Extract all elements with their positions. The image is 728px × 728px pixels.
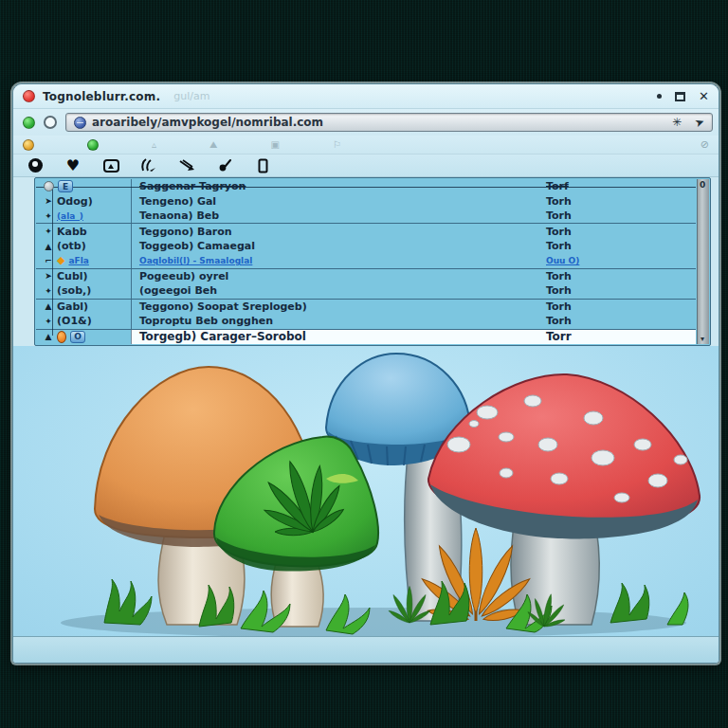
table-row-selected[interactable]: ▲O Torgegb) Carager–Sorobol Torr <box>36 329 696 344</box>
tree-label-link[interactable]: aFla <box>68 256 88 265</box>
star-icon[interactable]: ✳ <box>672 116 682 129</box>
yellow-traffic-light[interactable] <box>23 139 34 151</box>
row-main-label: Torgegb) Carager–Sorobol <box>131 330 546 344</box>
bookmark-flag-icon[interactable]: ⚐ <box>333 139 341 150</box>
row-right-label: Torh <box>546 209 696 223</box>
orange-pill-icon <box>57 331 66 343</box>
maximize-button[interactable] <box>675 92 685 101</box>
scrollbar-top-label: 0 <box>700 180 705 190</box>
row-right-link[interactable]: Ouu O) <box>546 256 579 265</box>
tree-arrow-icon: ▲ <box>44 332 53 341</box>
row-right-label: Torr <box>546 330 696 344</box>
row-main-label: Teggono) Soopat Sreplogeb) <box>131 300 546 314</box>
row-main-label: Tenaona) Beb <box>131 209 546 223</box>
row-right-label: Torf <box>546 179 696 193</box>
knob-icon <box>44 181 54 191</box>
red-mushroom <box>428 374 700 625</box>
tree-label: Kabb <box>57 226 87 238</box>
app-icon: E <box>58 180 73 192</box>
table-row[interactable]: ➤Odog) Tengeno) Gal Torh <box>36 193 696 208</box>
send-arrows-icon[interactable] <box>178 157 195 174</box>
tree-arrow-icon: ✦ <box>44 317 53 326</box>
row-right-label: Torh <box>546 239 696 253</box>
hollow-circle-button[interactable] <box>44 116 57 129</box>
table-row-header[interactable]: E Saggenar Tagryon Torf <box>36 179 696 193</box>
table-row[interactable]: ✦(sob,) (ogeegoi Beh Torh <box>36 283 696 298</box>
tree-arrow-icon: ▲ <box>44 301 53 311</box>
tree-arrow-icon: ➤ <box>44 271 53 281</box>
row-right-label: Torh <box>546 224 696 238</box>
tree-arrow-icon: ✦ <box>44 211 53 221</box>
bookmarks-bar: ▵ ⛰ ▣ ⚐ ⊘ <box>13 136 719 155</box>
close-button[interactable]: ✕ <box>699 90 709 102</box>
row-main-label: Toggeob) Camaegal <box>131 239 546 253</box>
window-title-ghost: gul/am <box>173 90 209 102</box>
results-table: E Saggenar Tagryon Torf ➤Odog) Tengeno) … <box>34 177 711 346</box>
browser-window: Tognoleblurr.com. gul/am ✕ aroaribely/am… <box>12 83 719 664</box>
row-main-label: Tengeno) Gal <box>131 193 546 208</box>
tree-arrow-icon: ▲ <box>44 242 53 251</box>
title-bar: Tognoleblurr.com. gul/am ✕ <box>13 84 719 109</box>
row-main-label: Toproptu Beb ongghen <box>131 314 546 328</box>
app-icon: O <box>70 331 85 343</box>
table-scrollbar[interactable]: 0 ▾ <box>697 179 709 344</box>
row-main-label: Saggenar Tagryon <box>131 179 546 193</box>
phone-icon[interactable] <box>254 157 271 174</box>
bookmark-mountain-icon[interactable]: ⛰ <box>209 139 217 151</box>
window-title: Tognoleblurr.com. <box>43 90 160 103</box>
table-row[interactable]: ➤Cubl) Pogeeub) oyrel Torh <box>36 268 696 283</box>
tree-label: Odog) <box>57 195 93 208</box>
tree-label: (otb) <box>57 240 86 252</box>
address-row: aroaribely/amvpkogel/nomribal.com ✳ ➤ <box>13 109 719 136</box>
green-traffic-light[interactable] <box>23 117 35 129</box>
row-main-label: Teggono) Baron <box>131 224 546 238</box>
table-row[interactable]: ✦Kabb Teggono) Baron Torh <box>36 223 696 238</box>
bookmark-triangle-icon[interactable]: ▵ <box>152 139 156 150</box>
row-right-label: Torh <box>546 314 696 328</box>
row-main-link[interactable]: Oaqlobil(l) - Smaaloglal <box>139 256 252 265</box>
orange-diamond-icon: ◆ <box>57 254 64 266</box>
globe-icon <box>74 117 86 129</box>
status-bar <box>13 636 719 663</box>
heart-icon[interactable]: ♥ <box>64 157 82 174</box>
tree-label: (sob,) <box>57 284 91 297</box>
row-main-label: (ogeegoi Beh <box>131 283 546 298</box>
tree-arrow-icon: ⌐ <box>44 256 53 265</box>
url-text[interactable]: aroaribely/amvpkogel/nomribal.com <box>92 116 323 129</box>
pin-icon[interactable]: ➤ <box>693 115 706 131</box>
row-right-label: Torh <box>546 300 696 314</box>
table-row-link[interactable]: ⌐◆aFla Oaqlobil(l) - Smaaloglal Ouu O) <box>36 253 696 267</box>
tree-arrow-icon: ➤ <box>44 196 53 206</box>
scrollbar-bottom-arrow[interactable]: ▾ <box>701 335 704 343</box>
feather-icon[interactable] <box>140 157 157 174</box>
table-row[interactable]: ▲(otb) Toggeob) Camaegal Torh <box>36 239 696 253</box>
tree-arrow-icon: ✦ <box>44 286 53 296</box>
minimize-button[interactable] <box>657 94 662 99</box>
tree-label: Gabl) <box>57 300 88 313</box>
paintbrush-icon[interactable] <box>216 157 233 174</box>
bookmark-file-icon[interactable]: ▣ <box>270 139 279 150</box>
tree-arrow-icon: ✦ <box>44 227 53 236</box>
address-bar[interactable]: aroaribely/amvpkogel/nomribal.com ✳ ➤ <box>65 113 713 132</box>
tree-label: (O1&) <box>57 315 92 327</box>
toolbar: ♥ <box>13 155 719 177</box>
row-right-label: Torh <box>546 269 696 283</box>
blocked-icon: ⊘ <box>701 138 709 151</box>
row-right-label: Torh <box>546 283 696 298</box>
tree-label: Cubl) <box>57 270 88 282</box>
table-row[interactable]: ✦(O1&) Toproptu Beb ongghen Torh <box>36 314 696 328</box>
close-traffic-light[interactable] <box>23 90 35 102</box>
record-icon[interactable] <box>27 157 44 174</box>
row-right-label: Torh <box>546 193 696 208</box>
tree-label-link[interactable]: (ala_) <box>57 211 83 221</box>
row-main-label: Pogeeub) oyrel <box>131 269 546 283</box>
table-row[interactable]: ▲Gabl) Teggono) Soopat Sreplogeb) Torh <box>36 299 696 314</box>
mushroom-illustration <box>13 346 719 636</box>
green-bookmark-dot[interactable] <box>87 139 99 151</box>
image-icon[interactable] <box>102 157 119 174</box>
table-row[interactable]: ✦(ala_) Tenaona) Beb Torh <box>36 209 696 223</box>
